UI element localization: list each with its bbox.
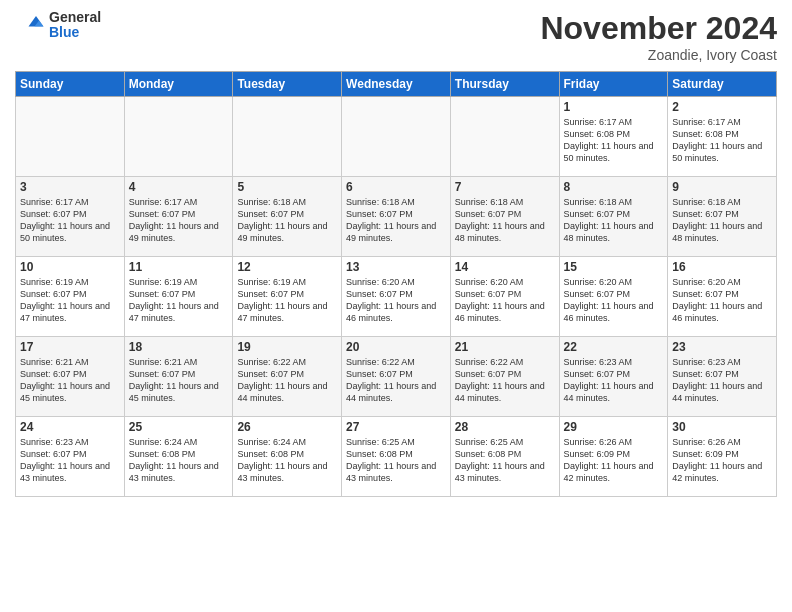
day-info: Sunrise: 6:21 AM Sunset: 6:07 PM Dayligh… <box>20 356 120 405</box>
day-info: Sunrise: 6:21 AM Sunset: 6:07 PM Dayligh… <box>129 356 229 405</box>
calendar-week-4: 17Sunrise: 6:21 AM Sunset: 6:07 PM Dayli… <box>16 337 777 417</box>
day-info: Sunrise: 6:24 AM Sunset: 6:08 PM Dayligh… <box>129 436 229 485</box>
location: Zoandie, Ivory Coast <box>540 47 777 63</box>
col-sunday: Sunday <box>16 72 125 97</box>
calendar-cell: 12Sunrise: 6:19 AM Sunset: 6:07 PM Dayli… <box>233 257 342 337</box>
day-info: Sunrise: 6:17 AM Sunset: 6:07 PM Dayligh… <box>129 196 229 245</box>
calendar-cell: 16Sunrise: 6:20 AM Sunset: 6:07 PM Dayli… <box>668 257 777 337</box>
day-number: 9 <box>672 180 772 194</box>
col-friday: Friday <box>559 72 668 97</box>
day-info: Sunrise: 6:26 AM Sunset: 6:09 PM Dayligh… <box>672 436 772 485</box>
day-number: 18 <box>129 340 229 354</box>
day-number: 16 <box>672 260 772 274</box>
day-info: Sunrise: 6:23 AM Sunset: 6:07 PM Dayligh… <box>672 356 772 405</box>
day-info: Sunrise: 6:19 AM Sunset: 6:07 PM Dayligh… <box>20 276 120 325</box>
day-info: Sunrise: 6:19 AM Sunset: 6:07 PM Dayligh… <box>129 276 229 325</box>
day-number: 25 <box>129 420 229 434</box>
day-number: 7 <box>455 180 555 194</box>
day-info: Sunrise: 6:26 AM Sunset: 6:09 PM Dayligh… <box>564 436 664 485</box>
calendar-cell: 7Sunrise: 6:18 AM Sunset: 6:07 PM Daylig… <box>450 177 559 257</box>
day-number: 22 <box>564 340 664 354</box>
day-info: Sunrise: 6:17 AM Sunset: 6:08 PM Dayligh… <box>564 116 664 165</box>
calendar-cell: 10Sunrise: 6:19 AM Sunset: 6:07 PM Dayli… <box>16 257 125 337</box>
calendar-week-5: 24Sunrise: 6:23 AM Sunset: 6:07 PM Dayli… <box>16 417 777 497</box>
calendar-cell: 1Sunrise: 6:17 AM Sunset: 6:08 PM Daylig… <box>559 97 668 177</box>
day-number: 30 <box>672 420 772 434</box>
calendar-cell: 14Sunrise: 6:20 AM Sunset: 6:07 PM Dayli… <box>450 257 559 337</box>
col-monday: Monday <box>124 72 233 97</box>
day-number: 8 <box>564 180 664 194</box>
calendar-cell <box>342 97 451 177</box>
day-number: 1 <box>564 100 664 114</box>
day-number: 19 <box>237 340 337 354</box>
logo: General Blue <box>15 10 101 41</box>
day-info: Sunrise: 6:18 AM Sunset: 6:07 PM Dayligh… <box>237 196 337 245</box>
day-info: Sunrise: 6:24 AM Sunset: 6:08 PM Dayligh… <box>237 436 337 485</box>
calendar-cell: 24Sunrise: 6:23 AM Sunset: 6:07 PM Dayli… <box>16 417 125 497</box>
day-number: 29 <box>564 420 664 434</box>
col-wednesday: Wednesday <box>342 72 451 97</box>
calendar-cell: 25Sunrise: 6:24 AM Sunset: 6:08 PM Dayli… <box>124 417 233 497</box>
day-info: Sunrise: 6:20 AM Sunset: 6:07 PM Dayligh… <box>564 276 664 325</box>
day-number: 5 <box>237 180 337 194</box>
calendar-week-3: 10Sunrise: 6:19 AM Sunset: 6:07 PM Dayli… <box>16 257 777 337</box>
col-thursday: Thursday <box>450 72 559 97</box>
day-info: Sunrise: 6:20 AM Sunset: 6:07 PM Dayligh… <box>346 276 446 325</box>
day-info: Sunrise: 6:23 AM Sunset: 6:07 PM Dayligh… <box>20 436 120 485</box>
calendar: Sunday Monday Tuesday Wednesday Thursday… <box>15 71 777 497</box>
calendar-cell: 4Sunrise: 6:17 AM Sunset: 6:07 PM Daylig… <box>124 177 233 257</box>
day-number: 3 <box>20 180 120 194</box>
day-info: Sunrise: 6:22 AM Sunset: 6:07 PM Dayligh… <box>237 356 337 405</box>
calendar-cell: 19Sunrise: 6:22 AM Sunset: 6:07 PM Dayli… <box>233 337 342 417</box>
day-info: Sunrise: 6:17 AM Sunset: 6:07 PM Dayligh… <box>20 196 120 245</box>
page-header: General Blue November 2024 Zoandie, Ivor… <box>15 10 777 63</box>
day-number: 2 <box>672 100 772 114</box>
calendar-cell <box>233 97 342 177</box>
day-info: Sunrise: 6:20 AM Sunset: 6:07 PM Dayligh… <box>672 276 772 325</box>
logo-general: General <box>49 10 101 25</box>
calendar-cell: 11Sunrise: 6:19 AM Sunset: 6:07 PM Dayli… <box>124 257 233 337</box>
month-title: November 2024 <box>540 10 777 47</box>
calendar-cell: 3Sunrise: 6:17 AM Sunset: 6:07 PM Daylig… <box>16 177 125 257</box>
calendar-header-row: Sunday Monday Tuesday Wednesday Thursday… <box>16 72 777 97</box>
day-info: Sunrise: 6:18 AM Sunset: 6:07 PM Dayligh… <box>672 196 772 245</box>
col-tuesday: Tuesday <box>233 72 342 97</box>
day-number: 27 <box>346 420 446 434</box>
day-info: Sunrise: 6:18 AM Sunset: 6:07 PM Dayligh… <box>346 196 446 245</box>
calendar-cell: 29Sunrise: 6:26 AM Sunset: 6:09 PM Dayli… <box>559 417 668 497</box>
calendar-cell: 26Sunrise: 6:24 AM Sunset: 6:08 PM Dayli… <box>233 417 342 497</box>
calendar-cell <box>450 97 559 177</box>
day-number: 10 <box>20 260 120 274</box>
day-number: 4 <box>129 180 229 194</box>
calendar-cell: 6Sunrise: 6:18 AM Sunset: 6:07 PM Daylig… <box>342 177 451 257</box>
day-info: Sunrise: 6:17 AM Sunset: 6:08 PM Dayligh… <box>672 116 772 165</box>
day-info: Sunrise: 6:18 AM Sunset: 6:07 PM Dayligh… <box>564 196 664 245</box>
calendar-cell: 28Sunrise: 6:25 AM Sunset: 6:08 PM Dayli… <box>450 417 559 497</box>
col-saturday: Saturday <box>668 72 777 97</box>
day-info: Sunrise: 6:25 AM Sunset: 6:08 PM Dayligh… <box>455 436 555 485</box>
calendar-cell: 27Sunrise: 6:25 AM Sunset: 6:08 PM Dayli… <box>342 417 451 497</box>
day-number: 13 <box>346 260 446 274</box>
day-info: Sunrise: 6:25 AM Sunset: 6:08 PM Dayligh… <box>346 436 446 485</box>
calendar-week-2: 3Sunrise: 6:17 AM Sunset: 6:07 PM Daylig… <box>16 177 777 257</box>
calendar-cell: 21Sunrise: 6:22 AM Sunset: 6:07 PM Dayli… <box>450 337 559 417</box>
calendar-cell: 9Sunrise: 6:18 AM Sunset: 6:07 PM Daylig… <box>668 177 777 257</box>
calendar-cell: 8Sunrise: 6:18 AM Sunset: 6:07 PM Daylig… <box>559 177 668 257</box>
calendar-cell: 2Sunrise: 6:17 AM Sunset: 6:08 PM Daylig… <box>668 97 777 177</box>
logo-text: General Blue <box>49 10 101 41</box>
day-info: Sunrise: 6:20 AM Sunset: 6:07 PM Dayligh… <box>455 276 555 325</box>
day-info: Sunrise: 6:22 AM Sunset: 6:07 PM Dayligh… <box>346 356 446 405</box>
day-number: 26 <box>237 420 337 434</box>
day-info: Sunrise: 6:18 AM Sunset: 6:07 PM Dayligh… <box>455 196 555 245</box>
calendar-cell: 18Sunrise: 6:21 AM Sunset: 6:07 PM Dayli… <box>124 337 233 417</box>
logo-blue: Blue <box>49 25 101 40</box>
day-number: 20 <box>346 340 446 354</box>
day-number: 11 <box>129 260 229 274</box>
day-number: 23 <box>672 340 772 354</box>
calendar-cell <box>16 97 125 177</box>
day-number: 15 <box>564 260 664 274</box>
day-info: Sunrise: 6:19 AM Sunset: 6:07 PM Dayligh… <box>237 276 337 325</box>
day-info: Sunrise: 6:22 AM Sunset: 6:07 PM Dayligh… <box>455 356 555 405</box>
day-number: 24 <box>20 420 120 434</box>
day-number: 17 <box>20 340 120 354</box>
